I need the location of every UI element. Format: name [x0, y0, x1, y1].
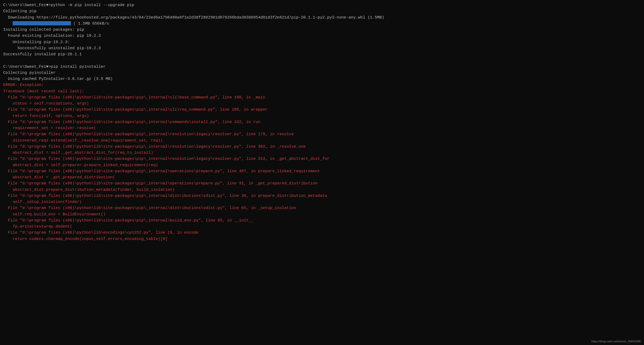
- terminal-error-line: Traceback (most recent call last):: [3, 88, 641, 94]
- terminal-error-line: ERROR: Exception:: [3, 82, 641, 88]
- terminal-error-line: File "d:\program files (x86)\python\lib\…: [3, 205, 641, 211]
- terminal-error-line: abstract_dist = self._get_abstract_dist_…: [3, 150, 641, 156]
- terminal-error-line: File "d:\program files (x86)\python\lib\…: [3, 156, 641, 162]
- terminal-line: Uninstalling pip-19.2.3:: [3, 39, 641, 45]
- terminal-error-line: return codecs.charmap_encode(input,self.…: [3, 236, 641, 242]
- terminal-error-line: File "d:\program files (x86)\python\lib\…: [3, 193, 641, 199]
- progress-line: | 1.5MB 656kB/s: [3, 21, 641, 27]
- terminal-error-line: File "d:\program files (x86)\python\lib\…: [3, 107, 641, 113]
- terminal-window: C:\Users\Sweet_Fei♥>python -m pip instal…: [0, 0, 644, 345]
- terminal-error-line: self.req.build_env = BuildEnvironment(): [3, 211, 641, 217]
- terminal-error-line: abstract_dist = _get_prepared_distributi…: [3, 174, 641, 180]
- terminal-error-line: File "d:\program files (x86)\python\lib\…: [3, 144, 641, 150]
- terminal-line: C:\Users\Sweet_Fei♥>python -m pip instal…: [3, 2, 641, 8]
- terminal-error-line: File "d:\program files (x86)\python\lib\…: [3, 230, 641, 236]
- terminal-error-line: File "d:\program files (x86)\python\lib\…: [3, 131, 641, 137]
- terminal-line: Collecting pyinstaller: [3, 70, 641, 76]
- terminal-error-line: File "d:\program files (x86)\python\lib\…: [3, 168, 641, 174]
- terminal-line: C:\Users\Sweet_Fei♥>pip install pyinstal…: [3, 64, 641, 70]
- terminal-error-line: File "d:\program files (x86)\python\lib\…: [3, 119, 641, 125]
- terminal-error-line: fp.write(textwrap.dedent(: [3, 224, 641, 230]
- terminal-error-line: status = self.run(options, args): [3, 101, 641, 107]
- progress-speed: 656kB/s: [92, 21, 109, 26]
- terminal-line: Successfully installed pip-20.1.1: [3, 51, 641, 57]
- terminal-error-line: abstract_dist = self.preparer.prepare_li…: [3, 162, 641, 168]
- terminal-line: [3, 57, 641, 63]
- terminal-error-line: self._setup_isolation(finder): [3, 199, 641, 205]
- download-progress-bar: [13, 21, 71, 25]
- terminal-error-line: requirement_set = resolver.resolve(: [3, 125, 641, 131]
- terminal-line: Found existing installation: pip 19.2.3: [3, 33, 641, 39]
- terminal-line: Successfully uninstalled pip-19.2.3: [3, 45, 641, 51]
- terminal-line: Collecting pip: [3, 8, 641, 14]
- terminal-error-line: return func(self, options, args): [3, 113, 641, 119]
- terminal-error-line: File "d:\program files (x86)\python\lib\…: [3, 94, 641, 101]
- terminal-line: Downloading https://files.pythonhosted.o…: [3, 15, 641, 21]
- terminal-error-line: File "d:\program files (x86)\python\lib\…: [3, 180, 641, 187]
- terminal-line: Using cached PyInstaller-3.6.tar.gz (3.5…: [3, 76, 641, 82]
- terminal-error-line: discovered_reqs.extend(self._resolve_one…: [3, 138, 641, 144]
- terminal-error-line: abstract_dist.prepare_distribution_metad…: [3, 187, 641, 193]
- progress-size: 1.5MB: [78, 21, 90, 26]
- terminal-line: Installing collected packages: pip: [3, 27, 641, 33]
- terminal-error-line: File "d:\program files (x86)\python\lib\…: [3, 217, 641, 224]
- watermark: https://blog.csdn.net/weixin_46654398: [591, 340, 641, 343]
